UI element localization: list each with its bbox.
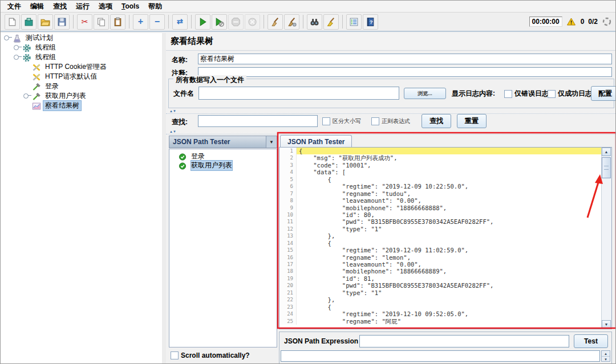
cut-icon: ✂ <box>80 17 90 27</box>
result-spinner[interactable]: ▲▼ <box>601 350 610 362</box>
help-button[interactable]: ? <box>363 14 378 30</box>
scroll-up-button[interactable]: ▲ <box>602 148 611 156</box>
checkbox-box <box>371 117 379 125</box>
expander-knob[interactable] <box>23 93 29 99</box>
line-number: 13 <box>279 232 297 239</box>
regex-checkbox[interactable]: 正则表达式 <box>371 117 410 125</box>
expander-knob[interactable] <box>14 45 19 50</box>
collapse-divider[interactable]: ▲▼ <box>166 109 616 114</box>
config-icon <box>32 63 41 72</box>
success-only-label: 仅成功日志 <box>558 89 592 99</box>
result-sample-2[interactable]: 获取用户列表 <box>179 161 277 170</box>
tree-item-5[interactable]: HTTP请求默认值 <box>1 72 162 81</box>
menu-6[interactable]: Tools <box>117 1 144 11</box>
remove-button[interactable]: − <box>149 14 165 30</box>
search-button[interactable] <box>307 14 322 30</box>
open-button[interactable] <box>38 14 53 30</box>
comment-input[interactable] <box>198 67 612 77</box>
expander-knob[interactable] <box>14 55 19 60</box>
test-plan-tree[interactable]: 测试计划线程组线程组HTTP Cookie管理器HTTP请求默认值登录获取用户列… <box>1 33 163 364</box>
line-number: 25 <box>279 318 297 325</box>
toggle-button[interactable]: ⇄ <box>172 14 188 30</box>
errors-only-checkbox[interactable]: 仅错误日志 <box>504 89 549 99</box>
case-sensitive-checkbox[interactable]: 区分大小写 <box>322 117 361 125</box>
toolbar-separator <box>191 15 192 28</box>
find-button[interactable]: 查找 <box>422 114 451 128</box>
svg-text:?: ? <box>370 19 373 25</box>
reset-button[interactable]: 重置 <box>457 114 487 128</box>
save-button[interactable] <box>54 14 70 30</box>
filename-input[interactable] <box>198 87 399 100</box>
clear-button[interactable] <box>268 14 283 30</box>
success-only-checkbox[interactable]: 仅成功日志 <box>548 89 592 99</box>
search-input[interactable] <box>198 115 318 127</box>
add-button[interactable]: + <box>133 14 148 30</box>
stop-button[interactable] <box>228 14 244 30</box>
toolbar-separator <box>73 15 74 28</box>
clear-all-button[interactable] <box>284 14 299 30</box>
start-no-pauses-button[interactable] <box>212 14 227 30</box>
test-plan-icon <box>13 34 22 43</box>
menu-4[interactable]: 运行 <box>71 1 94 13</box>
tree-item-4[interactable]: HTTP Cookie管理器 <box>1 62 162 72</box>
tree-item-2[interactable]: 线程组 <box>1 43 162 52</box>
renderer-select[interactable]: JSON Path Tester ▼ <box>169 136 277 148</box>
tree-item-label: 测试计划 <box>24 33 55 43</box>
scrollbar-thumb[interactable] <box>602 157 611 178</box>
json-line-6: 6 "regtime": "2019-12-09 10:22:50.0", <box>279 183 602 190</box>
menu-2[interactable]: 编辑 <box>26 1 48 13</box>
write-results-fieldset: 所有数据写入一个文件 文件名 浏览... 显示日志内容: 仅错误日志 仅成功日志… <box>168 79 614 108</box>
line-text: "regname": "lemon", <box>297 254 602 261</box>
spinner-down-icon[interactable]: ▼ <box>602 357 610 362</box>
name-input[interactable] <box>198 54 612 64</box>
start-button[interactable] <box>195 14 210 30</box>
results-sample-tree[interactable]: 登录获取用户列表 <box>169 149 277 347</box>
expander-knob[interactable] <box>4 35 9 40</box>
tab-json-path-tester[interactable]: JSON Path Tester <box>280 135 352 148</box>
checkbox-box <box>171 351 179 359</box>
scroll-down-button[interactable]: ▼ <box>602 320 611 329</box>
configure-button[interactable]: 配置 <box>591 86 616 101</box>
line-text: { <box>297 148 602 154</box>
expression-input[interactable] <box>359 335 569 347</box>
expression-result-field[interactable] <box>281 350 600 362</box>
copy-icon <box>96 17 107 27</box>
menu-1[interactable]: 文件 <box>3 1 26 13</box>
autoscroll-label: Scroll automatically? <box>181 351 250 359</box>
menu-3[interactable]: 查找 <box>48 1 71 13</box>
autoscroll-checkbox[interactable]: Scroll automatically? <box>171 351 250 359</box>
warning-icon[interactable] <box>566 17 577 27</box>
tree-item-7[interactable]: 获取用户列表 <box>1 91 162 101</box>
chevron-down-icon: ▼ <box>266 136 277 148</box>
tree-item-8[interactable]: 察看结果树 <box>1 101 162 111</box>
start-icon <box>198 17 208 27</box>
json-response-viewer[interactable]: 1{2 "msg": "获取用户列表成功",3 "code": "10001",… <box>279 147 612 329</box>
menu-7[interactable]: 帮助 <box>144 1 167 13</box>
cut-button[interactable]: ✂ <box>77 14 92 30</box>
copy-button[interactable] <box>94 14 109 30</box>
browse-button[interactable]: 浏览... <box>404 88 446 99</box>
templates-button[interactable] <box>21 14 37 30</box>
vertical-scrollbar[interactable]: ▲ ▼ <box>601 148 611 329</box>
menu-5[interactable]: 选项 <box>94 1 117 13</box>
collapse-divider[interactable]: ▲▼ <box>166 130 616 134</box>
tree-item-3[interactable]: 线程组 <box>1 52 162 62</box>
function-helper-button[interactable] <box>346 14 362 30</box>
toolbar-separator <box>264 15 264 28</box>
clear-search-button[interactable] <box>323 14 339 30</box>
spinner-up-icon[interactable]: ▲ <box>602 351 610 357</box>
search-label: 查找: <box>172 117 188 127</box>
remove-icon: − <box>152 17 163 27</box>
errors-only-label: 仅错误日志 <box>514 89 549 99</box>
json-line-20: 20 "pwd": "B315BFB0C8955E3780342A5EAF028… <box>279 282 602 289</box>
shutdown-button[interactable] <box>245 14 260 30</box>
stop-icon <box>231 17 241 27</box>
tree-item-6[interactable]: 登录 <box>1 81 162 91</box>
new-button[interactable] <box>5 14 20 30</box>
line-text: "leaveamount": "0.00", <box>297 197 602 204</box>
paste-button[interactable] <box>110 14 125 30</box>
line-number: 12 <box>279 226 297 232</box>
tree-item-1[interactable]: 测试计划 <box>1 33 162 43</box>
result-sample-1[interactable]: 登录 <box>179 152 277 161</box>
test-button[interactable]: Test <box>574 334 608 348</box>
